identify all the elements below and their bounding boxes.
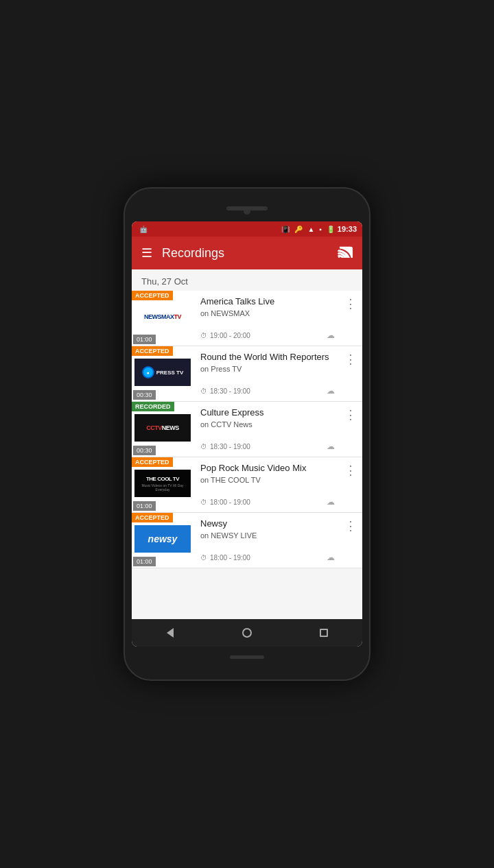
recording-item: ACCEPTED newsy 01:00 Newsy on NEWSY LIVE…: [132, 513, 362, 568]
page-title: Recordings: [162, 246, 338, 261]
cloud-icon: ☁: [327, 553, 335, 562]
channel-name: on NEWSY LIVE: [200, 531, 335, 540]
phone-shell: 🤖 📳 🔑 ▲ ▪ 🔋 19:33 ☰ Recordings Thu, 27: [124, 187, 370, 681]
status-badge: ACCEPTED: [132, 513, 173, 522]
rec-details: Round the World With Reporters on Press …: [193, 346, 339, 401]
vibrate-icon: 📳: [281, 226, 290, 233]
recording-title: Newsy: [200, 518, 335, 530]
time-row: ⏱ 19:00 - 20:00 ☁: [200, 330, 335, 340]
recording-title: America Talks Live: [200, 296, 335, 308]
cloud-icon: ☁: [327, 386, 335, 396]
channel-name: on CCTV News: [200, 420, 335, 429]
clock-icon: ⏱: [200, 498, 207, 506]
channel-logo: CCTVNEWS: [132, 411, 193, 444]
home-button[interactable]: [233, 619, 261, 647]
cast-icon[interactable]: [338, 245, 353, 261]
cloud-icon: ☁: [327, 497, 335, 507]
back-button[interactable]: [156, 619, 184, 647]
more-options-button[interactable]: ⋮: [339, 402, 362, 422]
recording-item: ACCEPTED THE COOL TV Music Videos on TV …: [132, 457, 362, 513]
status-bar-left: 🤖: [137, 226, 277, 233]
rec-thumbnail: ACCEPTED NEWSMAXTV 01:00: [132, 291, 193, 346]
cloud-icon: ☁: [327, 442, 335, 451]
bottom-nav: [132, 619, 362, 647]
signal-icon: ▪: [319, 226, 322, 233]
clock-icon: ⏱: [200, 554, 207, 562]
recording-title: Round the World With Reporters: [200, 352, 335, 363]
rec-thumbnail: RECORDED CCTVNEWS 00:30: [132, 402, 193, 457]
time-range: 18:00 - 19:00: [210, 554, 250, 562]
time-row: ⏱ 18:30 - 19:00 ☁: [200, 442, 335, 451]
recordings-list: ACCEPTED NEWSMAXTV 01:00 America Talks L…: [132, 291, 362, 568]
duration-label: 00:30: [133, 390, 156, 400]
time-range: 18:30 - 19:00: [210, 387, 250, 395]
rec-details: Pop Rock Music Video Mix on THE COOL TV …: [193, 457, 339, 512]
phone-top-bar: [132, 201, 362, 221]
channel-logo: newsy: [132, 522, 193, 555]
content: Thu, 27 Oct ACCEPTED NEWSMAXTV 01:00 Ame…: [132, 269, 362, 619]
clock-icon: ⏱: [200, 387, 207, 395]
rec-details: America Talks Live on NEWSMAX ⏱ 19:00 - …: [193, 291, 339, 346]
channel-logo: THE COOL TV Music Videos on TV All Day E…: [132, 467, 193, 500]
time-row: ⏱ 18:30 - 19:00 ☁: [200, 386, 335, 396]
recording-item: RECORDED CCTVNEWS 00:30 Culture Express …: [132, 402, 362, 457]
cloud-icon: ☁: [327, 330, 335, 340]
status-badge: RECORDED: [132, 402, 174, 411]
toolbar: ☰ Recordings: [132, 237, 362, 269]
channel-name: on Press TV: [200, 365, 335, 373]
channel-name: on THE COOL TV: [200, 476, 335, 484]
time-range: 19:00 - 20:00: [210, 332, 250, 339]
battery-icon: 🔋: [327, 226, 335, 233]
clock-icon: ⏱: [200, 443, 207, 450]
recording-item: ACCEPTED NEWSMAXTV 01:00 America Talks L…: [132, 291, 362, 346]
more-options-button[interactable]: ⋮: [339, 291, 362, 311]
clock-icon: ⏱: [200, 332, 207, 339]
more-options-button[interactable]: ⋮: [339, 346, 362, 367]
duration-label: 00:30: [133, 446, 156, 455]
status-bar: 🤖 📳 🔑 ▲ ▪ 🔋 19:33: [132, 221, 362, 237]
duration-label: 01:00: [133, 335, 156, 344]
rec-details: Newsy on NEWSY LIVE ⏱ 18:00 - 19:00 ☁: [193, 513, 339, 568]
screen: 🤖 📳 🔑 ▲ ▪ 🔋 19:33 ☰ Recordings Thu, 27: [132, 221, 362, 647]
date-separator: Thu, 27 Oct: [132, 269, 362, 291]
time-range: 18:00 - 19:00: [210, 498, 250, 506]
channel-name: on NEWSMAX: [200, 309, 335, 317]
rec-thumbnail: ACCEPTED THE COOL TV Music Videos on TV …: [132, 457, 193, 512]
phone-bottom-bar: [132, 647, 362, 667]
status-badge: ACCEPTED: [132, 291, 173, 300]
duration-label: 01:00: [133, 501, 156, 511]
time-row: ⏱ 18:00 - 19:00 ☁: [200, 553, 335, 562]
recording-item: ACCEPTED ● PRESS TV 00:30 Round the Worl…: [132, 346, 362, 402]
channel-logo: NEWSMAXTV: [132, 300, 193, 333]
rec-details: Culture Express on CCTV News ⏱ 18:30 - 1…: [193, 402, 339, 457]
recording-title: Pop Rock Music Video Mix: [200, 463, 335, 474]
wifi-icon: ▲: [307, 226, 314, 233]
time-range: 18:30 - 19:00: [210, 443, 250, 450]
menu-button[interactable]: ☰: [141, 247, 152, 259]
recents-button[interactable]: [310, 619, 338, 647]
key-icon: 🔑: [294, 226, 303, 233]
status-badge: ACCEPTED: [132, 457, 173, 467]
duration-label: 01:00: [133, 557, 156, 566]
phone-home-button: [230, 655, 264, 659]
more-options-button[interactable]: ⋮: [339, 513, 362, 533]
rec-thumbnail: ACCEPTED ● PRESS TV 00:30: [132, 346, 193, 401]
status-badge: ACCEPTED: [132, 346, 173, 356]
recording-title: Culture Express: [200, 407, 335, 419]
rec-thumbnail: ACCEPTED newsy 01:00: [132, 513, 193, 568]
time-row: ⏱ 18:00 - 19:00 ☁: [200, 497, 335, 507]
status-time: 19:33: [338, 225, 357, 233]
more-options-button[interactable]: ⋮: [339, 457, 362, 478]
android-icon: 🤖: [139, 226, 148, 233]
channel-logo: ● PRESS TV: [132, 356, 193, 389]
phone-speaker: [226, 206, 268, 210]
